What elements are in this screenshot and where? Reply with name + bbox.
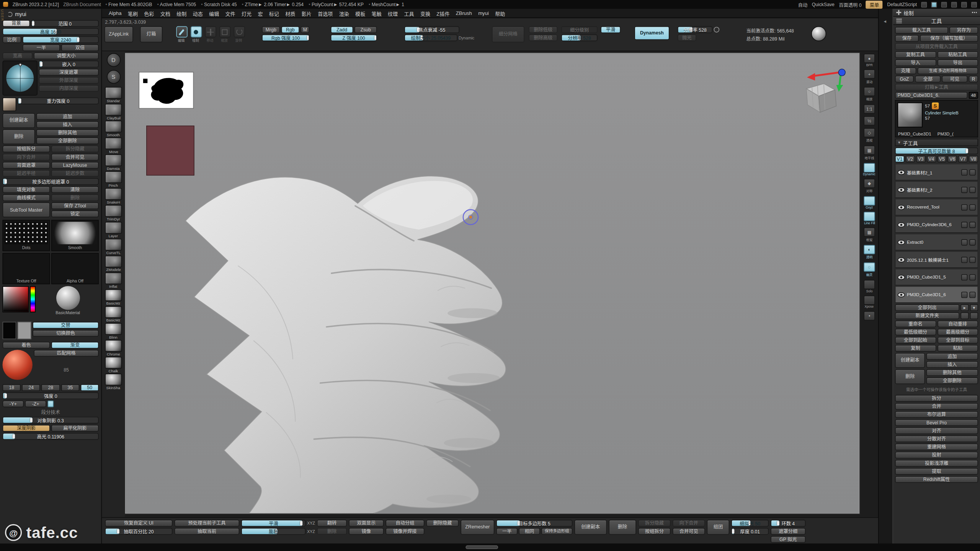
secondary-color-swatch[interactable] xyxy=(18,322,31,339)
load-from-project-button[interactable]: 从项目文件载入工具 xyxy=(895,43,978,50)
delete-bottom-button[interactable]: 删除 xyxy=(609,520,636,535)
stroke-smooth-thumbnail[interactable]: Smooth xyxy=(51,220,99,251)
store-icon[interactable] xyxy=(971,2,977,7)
gravity-thumbnail[interactable] xyxy=(3,98,16,111)
delete-dim-button[interactable]: 删除 xyxy=(317,528,347,535)
color-saturation-square[interactable] xyxy=(3,286,29,313)
draw-size-preset[interactable]: 50 xyxy=(80,384,99,391)
thickness-slider[interactable]: 厚度 0.01 xyxy=(731,528,769,535)
viewport-toggle[interactable]: ◇ 透视 xyxy=(861,128,877,143)
colorize-button[interactable]: 着色 xyxy=(3,342,50,349)
ui-layout-icon[interactable] xyxy=(931,2,937,7)
macro-y-button[interactable]: -Y+ xyxy=(3,401,24,408)
sculpt-model[interactable] xyxy=(126,54,859,513)
draw-mode-button[interactable]: 绘制 xyxy=(189,26,203,43)
delete-other-button[interactable]: 删除其他 xyxy=(36,129,99,136)
zsub-button[interactable]: Zsub xyxy=(354,26,377,33)
tool-palette-header[interactable]: 工具 xyxy=(893,17,980,25)
lightbox-tool-button[interactable]: 灯箱►工具 xyxy=(895,84,978,91)
folder-icon[interactable] xyxy=(969,222,975,228)
mrgb-button[interactable]: Mrgb xyxy=(262,26,280,33)
menu-item[interactable]: Z插件 xyxy=(433,9,452,18)
split-hidden-bottom-button[interactable]: 拆分隐藏 xyxy=(638,520,671,527)
eye-icon[interactable] xyxy=(897,205,905,210)
folder-icon[interactable] xyxy=(969,274,975,280)
double-button[interactable]: 双倍 xyxy=(61,44,99,51)
red-material-sphere[interactable] xyxy=(3,350,33,380)
d-preset-button[interactable]: D xyxy=(106,53,120,67)
paint-icon[interactable] xyxy=(961,292,967,298)
goz-visible-button[interactable]: 可见 xyxy=(942,76,967,83)
merge-down-button[interactable]: 向下合并 xyxy=(3,154,50,161)
brush-item[interactable]: Inflat xyxy=(103,272,124,289)
load-tool-button[interactable]: 载入工具 xyxy=(895,27,948,34)
lock-button[interactable]: 锁定 xyxy=(51,210,99,217)
paste-subtool-button[interactable]: 粘贴 xyxy=(937,345,978,352)
delete-all-button[interactable]: 全部删除 xyxy=(36,137,99,144)
list-all-button[interactable]: 全部列出 xyxy=(895,304,959,311)
del-hidden-button[interactable]: 删除隐藏 xyxy=(426,520,459,527)
save-button[interactable]: 保存 xyxy=(895,35,919,42)
gp-polish-button[interactable]: GP 拟光 xyxy=(771,536,805,543)
gradient-button[interactable]: 渐变 xyxy=(51,342,99,349)
object-shadow-slider[interactable]: 对象阴影 0.3 xyxy=(3,417,99,424)
dial-icon[interactable] xyxy=(714,27,719,33)
highest-sdiv-button[interactable]: 最高级细分 xyxy=(937,329,978,336)
zremesher-button[interactable]: ZRemesher xyxy=(461,520,494,535)
preprocess-button[interactable]: 预处理当前子工具 xyxy=(175,520,240,527)
switch-color-button[interactable]: 切换颜色 xyxy=(33,330,99,337)
half-button[interactable]: 一半 xyxy=(23,44,60,51)
main-color-swatch[interactable] xyxy=(3,322,16,339)
folder-icon[interactable] xyxy=(969,292,975,298)
menu-item[interactable]: 纹理 xyxy=(385,9,401,18)
hue-strip[interactable] xyxy=(30,286,36,313)
all-to-start-button[interactable]: 全部到起始 xyxy=(895,337,936,344)
ui-config-icon[interactable] xyxy=(921,2,927,7)
depth-mask-button[interactable]: 深度遮罩 xyxy=(39,69,99,76)
delete-all-subtool-button[interactable]: 全部删除 xyxy=(926,377,978,384)
range-slider[interactable]: 范围 0 xyxy=(31,20,99,27)
draw-size-preset[interactable]: 18 xyxy=(3,384,21,391)
insert-subtool-button[interactable]: 插入 xyxy=(926,361,978,368)
rgb-intensity-slider[interactable]: Rgb 强度 100 xyxy=(262,34,309,41)
folder-icon[interactable] xyxy=(969,204,975,210)
subtool-action-button[interactable]: 重建网格 xyxy=(895,443,978,450)
active-tool-thumbnail[interactable] xyxy=(897,103,922,127)
flat-shadow-button[interactable]: 扁平化阴影 xyxy=(51,425,99,432)
v-preset-button[interactable]: V2 xyxy=(906,156,915,163)
v-preset-button[interactable]: V6 xyxy=(948,156,957,163)
brush-item[interactable]: CurveTL xyxy=(103,239,124,255)
lightbox-button[interactable]: 灯箱 xyxy=(140,26,163,42)
paint-icon[interactable] xyxy=(961,239,967,245)
doc-width-slider[interactable]: 宽度 2240 xyxy=(23,36,99,43)
subtool-action-button[interactable]: 合并 xyxy=(895,403,978,410)
menu-item[interactable]: 动态 xyxy=(189,9,206,18)
append-subtool-button[interactable]: 追加 xyxy=(926,353,978,360)
draw-palette-header[interactable]: 绘制 xyxy=(893,9,980,17)
duplicate-bottom-button[interactable]: 创建副本 xyxy=(574,520,607,535)
tool-preview-area[interactable]: 57 S Cylinder SimpleB 57 PM3D_Cube3D1 PM… xyxy=(895,100,978,137)
draw-size-preset[interactable]: 24 xyxy=(22,384,40,391)
current-tool-button[interactable]: PM3D_Cube3D1_6. xyxy=(895,92,967,99)
sdiv-level-slider[interactable]: 细分级别 xyxy=(561,26,598,33)
eye-icon[interactable] xyxy=(897,187,905,192)
viewport-toggle[interactable]: ▩ 框架 xyxy=(861,227,877,242)
target-poly-slider[interactable]: 目标多边形数 5 xyxy=(496,520,572,527)
material-preview-sphere[interactable] xyxy=(812,26,826,41)
viewport-toggle[interactable]: ◆ 对称 xyxy=(861,179,877,194)
brush-item[interactable]: Standar xyxy=(103,87,124,103)
scale-mode-button[interactable]: 缩放 xyxy=(218,26,231,43)
clear-button[interactable]: 清除 xyxy=(51,186,99,193)
all-to-target-button[interactable]: 全部到目标 xyxy=(937,337,978,344)
zapplink-button[interactable]: ZAppLink xyxy=(105,26,133,42)
brush-item[interactable]: Pinch xyxy=(103,171,124,187)
draw-size-preset[interactable]: 35 xyxy=(61,384,79,391)
rgb-button[interactable]: Rgb xyxy=(281,26,299,33)
merge-visible-button[interactable]: 合并可见 xyxy=(51,154,99,161)
window-grid-icon[interactable] xyxy=(951,2,957,7)
ui-transparency-label[interactable]: 百面透明 0 xyxy=(839,1,861,8)
texture-off-thumbnail[interactable]: Texture Off xyxy=(3,253,50,284)
brush-item[interactable]: Move xyxy=(103,137,124,153)
m-button[interactable]: M xyxy=(301,26,309,33)
import-button[interactable]: 导入 xyxy=(895,59,936,66)
